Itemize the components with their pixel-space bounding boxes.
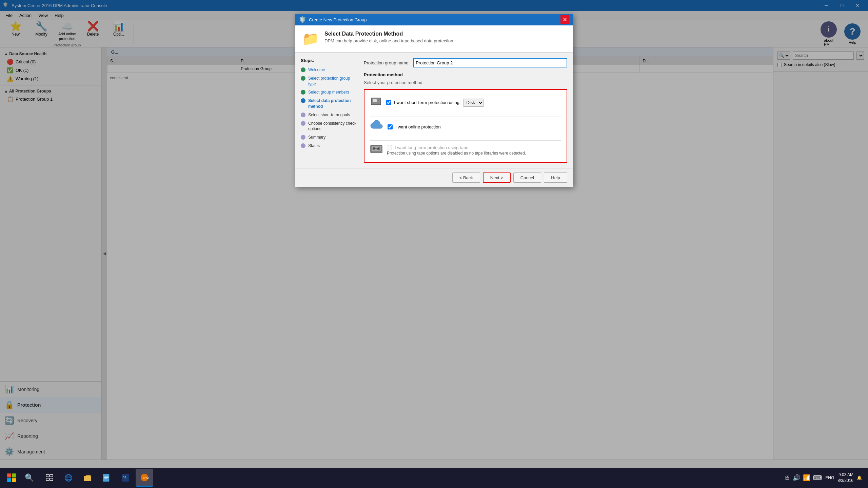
dialog-body: Steps: Welcome Select protection group t… [295, 53, 573, 168]
taskbar-app-notes[interactable] [98, 469, 115, 487]
create-protection-group-dialog: 🛡️ Create New Protection Group ✕ 📁 Selec… [295, 14, 573, 187]
taskbar-app-powershell[interactable]: PS [117, 469, 134, 487]
tray-notification-icon[interactable]: 🔔 [857, 475, 862, 480]
tray-lang: ENG [825, 475, 834, 480]
step-select-method: Select data protection method [301, 97, 358, 111]
svg-rect-13 [7, 478, 11, 482]
step-select-members-dot [301, 90, 305, 95]
tape-option: I want long-term protection using tape P… [370, 144, 561, 157]
taskbar-app-task-view[interactable] [41, 469, 58, 487]
option-divider-1 [370, 117, 561, 117]
start-button[interactable] [3, 469, 20, 487]
svg-text:DPM: DPM [143, 476, 149, 480]
step-select-method-dot [301, 98, 305, 103]
tape-checkbox-label: I want long-term protection using tape [395, 145, 469, 150]
dialog-header: 📁 Select Data Protection Method DPM can … [295, 25, 573, 53]
taskbar: 🔍 [0, 468, 868, 488]
short-term-type-select[interactable]: Disk Tape [463, 99, 484, 107]
step-select-members-label[interactable]: Select group members [308, 89, 349, 95]
svg-rect-1 [373, 99, 377, 102]
svg-point-7 [373, 148, 375, 149]
tray-date: 8/3/2016 [837, 478, 853, 484]
dialog-title-icon: 🛡️ [299, 16, 306, 23]
back-button[interactable]: < Back [452, 172, 480, 183]
svg-rect-17 [46, 478, 49, 481]
step-select-type: Select protection group type [301, 74, 358, 88]
steps-panel: Steps: Welcome Select protection group t… [301, 58, 358, 163]
svg-rect-24 [84, 476, 91, 481]
step-status: Status [301, 142, 358, 150]
taskbar-apps: PS DPM [41, 469, 153, 487]
cancel-button[interactable]: Cancel [513, 172, 541, 183]
svg-rect-18 [50, 478, 53, 481]
step-short-term: Select short-term goals [301, 111, 358, 119]
help-button[interactable]: Help [544, 172, 567, 183]
step-status-label: Status [308, 143, 320, 149]
disk-icon [370, 95, 382, 110]
dialog-close-button[interactable]: ✕ [560, 15, 569, 24]
tray-network-icon: 📶 [803, 474, 810, 482]
online-checkbox-label: I want online protection [395, 124, 441, 129]
taskbar-app-dpm[interactable]: DPM [136, 469, 153, 487]
step-summary: Summary [301, 133, 358, 142]
form-area: Protection group name: Protection method… [364, 58, 567, 163]
short-term-controls: I want short-term protection using: Disk… [386, 99, 484, 107]
svg-rect-25 [103, 474, 109, 482]
svg-text:PS: PS [122, 476, 126, 480]
short-term-option: I want short-term protection using: Disk… [370, 95, 561, 110]
online-checkbox-row: I want online protection [388, 124, 441, 129]
step-consistency: Choose consistency check options [301, 119, 358, 134]
tray-monitor-icon: 🖥 [784, 474, 790, 482]
svg-rect-16 [50, 474, 53, 477]
online-protection-checkbox[interactable] [388, 124, 393, 129]
svg-rect-11 [7, 473, 11, 477]
svg-point-3 [378, 100, 379, 101]
step-summary-dot [301, 135, 305, 140]
svg-rect-12 [12, 473, 16, 477]
step-summary-label: Summary [308, 135, 326, 140]
dialog-footer: < Back Next > Cancel Help [295, 168, 573, 187]
tray-volume-icon: 🔊 [793, 474, 800, 482]
tray-time: 9:03 AM 8/3/2016 [837, 472, 853, 484]
taskbar-tray: 🖥 🔊 📶 ⌨ ENG 9:03 AM 8/3/2016 🔔 [784, 472, 865, 484]
dialog-title-text: Create New Protection Group [309, 17, 560, 22]
tray-clock: 9:03 AM [837, 472, 853, 478]
step-welcome-dot [301, 67, 305, 72]
next-button[interactable]: Next > [483, 172, 511, 183]
step-welcome-label[interactable]: Welcome [308, 67, 325, 73]
protection-method-section-title: Protection method [364, 72, 567, 77]
step-select-type-label[interactable]: Select protection group type [308, 76, 358, 87]
group-name-label: Protection group name: [364, 60, 410, 65]
step-short-term-label: Select short-term goals [308, 112, 350, 118]
option-divider-2 [370, 140, 561, 141]
tray-keyboard-icon: ⌨ [813, 474, 822, 482]
short-term-checkbox[interactable] [386, 100, 391, 105]
steps-label: Steps: [301, 58, 358, 63]
dialog-title-bar: 🛡️ Create New Protection Group ✕ [295, 14, 573, 25]
cloud-icon [370, 120, 383, 134]
step-select-members: Select group members [301, 88, 358, 97]
short-term-checkbox-row: I want short-term protection using: Disk… [386, 99, 484, 107]
step-status-dot [301, 143, 305, 148]
step-short-term-dot [301, 113, 305, 117]
group-name-row: Protection group name: [364, 58, 567, 67]
protection-method-box: I want short-term protection using: Disk… [364, 89, 567, 163]
dialog-header-text: Select Data Protection Method DPM can he… [324, 31, 454, 43]
step-consistency-dot [301, 121, 305, 126]
online-option: I want online protection [370, 120, 561, 134]
short-term-checkbox-label: I want short-term protection using: [394, 100, 461, 105]
step-consistency-label: Choose consistency check options [308, 121, 358, 132]
dialog-header-icon: 📁 [302, 31, 319, 47]
tape-checkbox-row: I want long-term protection using tape [387, 145, 526, 150]
step-select-method-label[interactable]: Select data protection method [308, 98, 358, 109]
dialog-main-title: Select Data Protection Method [324, 31, 454, 37]
group-name-input[interactable] [413, 58, 567, 67]
tape-checkbox[interactable] [387, 145, 392, 150]
protection-method-subtitle: Select your protection method. [364, 80, 567, 85]
taskbar-search-button[interactable]: 🔍 [20, 469, 38, 487]
step-welcome: Welcome [301, 66, 358, 74]
modal-overlay: 🛡️ Create New Protection Group ✕ 📁 Selec… [0, 0, 868, 468]
taskbar-app-ie[interactable] [60, 469, 77, 487]
tray-icons: 🖥 🔊 📶 ⌨ [784, 474, 822, 482]
taskbar-app-explorer[interactable] [79, 469, 96, 487]
